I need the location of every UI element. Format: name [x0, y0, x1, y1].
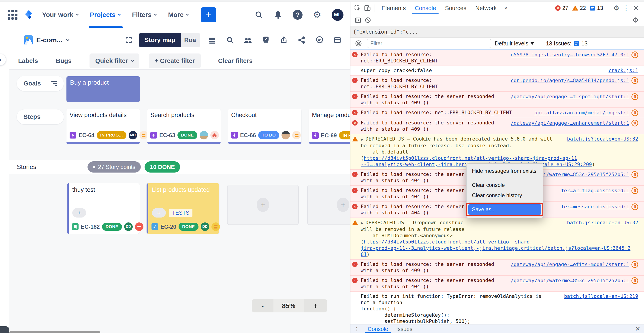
fullscreen-icon[interactable]: [124, 36, 133, 44]
expand-sidebar-button[interactable]: ›: [0, 54, 6, 65]
extension-icon[interactable]: ⇅: [632, 77, 638, 84]
console-source-link[interactable]: cdn.pendo.io/agent/s…8aa54814/pendo.js:1: [511, 78, 629, 84]
sprint-board-icon[interactable]: [262, 36, 270, 44]
devtools-settings-gear-icon[interactable]: ⚙: [611, 4, 621, 12]
assignee-avatar[interactable]: MD: [129, 131, 137, 140]
clear-filters-button[interactable]: Clear filters: [218, 57, 253, 64]
console-pinned-expression[interactable]: {"extension_id":"c...: [350, 26, 644, 38]
console-source-link[interactable]: batch.js?locale=en-US:32: [567, 136, 638, 142]
goals-row-pill[interactable]: Goals: [17, 76, 64, 91]
console-source-link[interactable]: api.atlassian.com/metal/ingest:1: [534, 110, 629, 116]
view-toggle-story-map[interactable]: Story map: [139, 33, 181, 47]
rows-menu-icon[interactable]: [208, 36, 216, 44]
view-toggle-roadmap[interactable]: Roa: [181, 33, 200, 47]
app-switcher-icon[interactable]: [8, 10, 18, 20]
add-label-button[interactable]: +: [72, 208, 86, 218]
project-name[interactable]: E-com...: [36, 36, 62, 44]
filter-bugs[interactable]: Bugs: [56, 57, 72, 64]
console-source-link[interactable]: fer…message.dismissed:1: [561, 204, 629, 210]
devtools-close-icon[interactable]: ✕: [631, 4, 641, 12]
expand-caret-icon[interactable]: ▶: [361, 138, 364, 142]
devtools-tab-elements[interactable]: Elements: [377, 2, 410, 14]
extension-icon[interactable]: ⇅: [632, 204, 638, 210]
filter-labels[interactable]: Labels: [18, 57, 38, 64]
context-menu-item-clear-console-history[interactable]: Clear console history: [466, 190, 543, 200]
console-source-link[interactable]: batch.js?locale=en-US:219: [564, 293, 638, 300]
extension-icon[interactable]: ⇅: [632, 171, 638, 178]
goal-card[interactable]: Buy a product: [66, 76, 140, 102]
status-badge[interactable]: TO DO: [258, 131, 279, 139]
project-avatar-icon[interactable]: [24, 35, 33, 45]
assignee-avatar[interactable]: DD: [201, 222, 209, 231]
issue-key[interactable]: EC-63: [159, 132, 175, 138]
console-inline-link[interactable]: https://d34ivt5p01lzzs.cloudfront.net/at…: [364, 155, 577, 161]
step-card[interactable]: View products details EC-64 IN PROG... M…: [66, 109, 140, 144]
drawer-menu-dots-icon[interactable]: ⋮: [354, 326, 360, 332]
chevron-down-icon[interactable]: [66, 38, 69, 41]
create-filter-button[interactable]: + Create filter: [149, 54, 201, 68]
step-card[interactable]: Manage products EC-69 IN PROG...: [309, 109, 350, 144]
user-avatar[interactable]: ML: [332, 9, 344, 21]
console-source-link[interactable]: fer…ar-flag.dismissed:1: [561, 188, 629, 194]
context-menu-item-hide-messages-from-exists[interactable]: Hide messages from exists: [466, 166, 543, 176]
issue-key[interactable]: EC-182: [81, 224, 100, 230]
story-card[interactable]: List products updated + TESTS ✓ EC-20 DO…: [146, 183, 219, 234]
console-source-link[interactable]: o55978.ingest.sentry….browser%2F7.47.0:1: [511, 52, 629, 58]
extension-icon[interactable]: ⇅: [632, 93, 638, 100]
issue-key[interactable]: EC-69: [321, 132, 337, 139]
zoom-out-button[interactable]: -: [252, 299, 274, 312]
device-toolbar-icon[interactable]: [362, 4, 372, 12]
window-layout-icon[interactable]: [333, 36, 342, 44]
extension-icon[interactable]: ⇅: [632, 120, 638, 126]
console-source-link[interactable]: /gateway/api/waterme…853c-295e15f252b5:1: [511, 278, 629, 284]
context-menu-item-save-as[interactable]: Save as...: [468, 204, 541, 214]
board-search-icon[interactable]: [226, 36, 234, 44]
help-button-partial[interactable]: [0, 326, 10, 333]
extension-icon[interactable]: ⇅: [632, 52, 638, 58]
add-label-button[interactable]: +: [152, 208, 166, 218]
status-badge[interactable]: IN PROG...: [97, 131, 126, 139]
console-source-link[interactable]: batch.js?locale=en-US:32: [567, 220, 638, 226]
jira-logo[interactable]: [23, 10, 35, 20]
inspect-element-icon[interactable]: [353, 4, 362, 12]
add-card-button[interactable]: +: [257, 198, 269, 212]
console-source-link[interactable]: crack.js:1: [609, 67, 638, 74]
zoom-in-button[interactable]: +: [304, 299, 327, 312]
help-icon[interactable]: ?: [293, 10, 302, 20]
extension-icon[interactable]: ⇅: [632, 261, 638, 268]
nav-item-filters[interactable]: Filters: [132, 2, 156, 28]
console-sidebar-icon[interactable]: [353, 16, 363, 24]
nav-item-projects[interactable]: Projects: [90, 2, 120, 28]
assignee-avatar[interactable]: [200, 131, 208, 140]
issues-counter[interactable]: 13 Issues: 13: [546, 40, 588, 47]
status-badge[interactable]: DONE: [178, 131, 197, 139]
extension-icon[interactable]: ⇅: [632, 110, 638, 116]
empty-story-cell[interactable]: +: [227, 185, 299, 225]
nav-item-your-work[interactable]: Your work: [42, 2, 78, 28]
console-settings-gear-icon[interactable]: ⚙: [630, 16, 640, 24]
extension-icon[interactable]: ⇅: [632, 277, 638, 284]
console-inline-link[interactable]: jira-prod-ap-11--3…nalytics-web-client,-…: [361, 245, 630, 251]
issue-key[interactable]: EC-64: [78, 132, 94, 138]
clear-console-icon[interactable]: [363, 16, 373, 24]
assignee-avatar[interactable]: [282, 131, 290, 140]
story-card[interactable]: thuy test + EC-182 DONE DD: [67, 183, 140, 234]
expand-caret-icon[interactable]: ▶: [361, 221, 364, 225]
eye-icon[interactable]: [354, 39, 364, 48]
add-card-button[interactable]: +: [337, 198, 349, 212]
assignee-avatar[interactable]: DD: [124, 222, 133, 231]
context-menu-item-clear-console[interactable]: Clear console: [466, 180, 543, 190]
console-inline-link[interactable]: https://d34ivt5p01lzzs.cloudfront.net/at…: [364, 239, 532, 244]
console-filter-input[interactable]: [367, 39, 491, 48]
devtools-tab-console[interactable]: Console: [410, 2, 440, 14]
feedback-comment-icon[interactable]: [315, 36, 324, 44]
settings-gear-icon[interactable]: ⚙: [312, 10, 322, 20]
console-status-badges[interactable]: ✕ 27 22 13: [555, 5, 605, 11]
empty-story-cell[interactable]: +: [307, 185, 350, 225]
status-badge[interactable]: IN PROG...: [339, 131, 350, 140]
share-icon[interactable]: [298, 36, 306, 44]
console-source-link[interactable]: /gateway/api/engage-…efits-modal/start:1: [511, 262, 629, 268]
notifications-bell-icon[interactable]: [274, 10, 283, 20]
console-source-link[interactable]: /gateway/api/engage-…t-spotlight/start:1: [511, 94, 629, 100]
issue-key[interactable]: EC-20: [160, 224, 176, 230]
